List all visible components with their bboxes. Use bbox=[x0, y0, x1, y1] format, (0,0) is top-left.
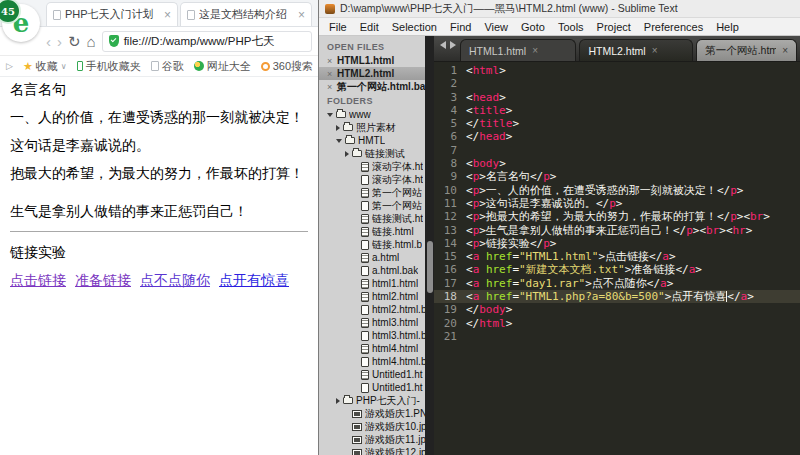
tree-item[interactable]: a.html bbox=[319, 251, 425, 264]
tree-item[interactable]: 链接.html.b bbox=[319, 238, 425, 251]
close-icon[interactable]: × bbox=[298, 10, 305, 20]
open-file-item[interactable]: ×HTML2.html bbox=[319, 67, 425, 80]
bookmark-item[interactable]: ★收藏∨ bbox=[23, 59, 67, 74]
menu-item-find[interactable]: Find bbox=[450, 21, 471, 33]
menu-item-help[interactable]: Help bbox=[716, 21, 739, 33]
tree-item[interactable]: 链接测试.ht bbox=[319, 212, 425, 225]
home-icon[interactable]: ⌂ bbox=[87, 34, 96, 49]
code-token: </ bbox=[596, 197, 609, 210]
tree-item[interactable]: html2.html.b bbox=[319, 303, 425, 316]
menu-item-view[interactable]: View bbox=[484, 21, 508, 33]
refresh-icon[interactable]: ↻ bbox=[68, 34, 81, 49]
open-file-item[interactable]: ×HTML1.html bbox=[319, 54, 425, 67]
tree-item-label: 链接测试 bbox=[365, 147, 405, 160]
open-file-item[interactable]: ×第一个网站.html.ba bbox=[319, 80, 425, 93]
tree-item[interactable]: 游戏婚庆11.jp bbox=[319, 433, 425, 446]
browser-tab[interactable]: PHP七天入门计划（第五× bbox=[46, 2, 178, 26]
tree-item[interactable]: html2.html bbox=[319, 290, 425, 303]
forward-icon[interactable]: › bbox=[57, 34, 62, 49]
page-link[interactable]: 准备链接 bbox=[75, 272, 131, 290]
rendered-page: 名言名句一、人的价值，在遭受诱惑的那一刻就被决定！这句话是李嘉诚说的。抱最大的希… bbox=[0, 77, 318, 455]
editor-tab[interactable]: HTML1.html× bbox=[460, 39, 576, 61]
code-token: < bbox=[466, 263, 473, 276]
line-number: 18 bbox=[434, 290, 466, 303]
tree-item[interactable]: PHP七天入门- bbox=[319, 394, 425, 407]
close-icon[interactable]: × bbox=[782, 45, 788, 56]
menu-item-tools[interactable]: Tools bbox=[558, 21, 584, 33]
tree-item[interactable]: html3.html.b bbox=[319, 329, 425, 342]
file-icon bbox=[361, 201, 369, 211]
bookmarks-expand-icon[interactable]: ▷ bbox=[6, 61, 13, 71]
code-token: > bbox=[719, 224, 726, 237]
tree-item[interactable]: 链接测试 bbox=[319, 147, 425, 160]
close-icon[interactable]: × bbox=[532, 45, 538, 56]
menu-item-preferences[interactable]: Preferences bbox=[644, 21, 703, 33]
html-file-icon bbox=[361, 318, 369, 328]
page-link[interactable]: 点开有惊喜 bbox=[219, 272, 289, 290]
close-icon[interactable]: × bbox=[327, 69, 334, 79]
code-line: 12<p>抱最大的希望，为最大的努力，作最坏的打算！</p><br> bbox=[434, 210, 800, 223]
tree-item[interactable]: 游戏婚庆12.jp bbox=[319, 446, 425, 455]
menu-item-selection[interactable]: Selection bbox=[392, 21, 437, 33]
sublime-title-bar[interactable]: D:\wamp\www\PHP七天入门——黑马\HTML2.html (www)… bbox=[319, 0, 800, 18]
bookmark-item[interactable]: 谷歌 bbox=[151, 59, 184, 74]
bookmark-item[interactable]: 360搜索 bbox=[261, 59, 313, 74]
file-icon bbox=[361, 331, 369, 341]
browser-logo-icon[interactable]: e 45 bbox=[2, 4, 40, 42]
tree-item-label: PHP七天入门- bbox=[356, 394, 420, 407]
code-token: p bbox=[609, 197, 616, 210]
close-icon[interactable]: × bbox=[164, 10, 171, 20]
tree-item[interactable]: www bbox=[319, 108, 425, 121]
close-icon[interactable]: × bbox=[327, 82, 334, 92]
page-link[interactable]: 点不点随你 bbox=[140, 272, 210, 290]
bookmark-item[interactable]: 网址大全 bbox=[194, 59, 251, 74]
tree-item[interactable]: html3.html bbox=[319, 316, 425, 329]
code-token: href bbox=[486, 263, 513, 276]
close-icon[interactable]: × bbox=[652, 45, 658, 56]
tree-item[interactable]: Untitled1.ht bbox=[319, 381, 425, 394]
back-icon[interactable]: ‹ bbox=[46, 34, 51, 49]
tree-item[interactable]: 滚动字体.ht bbox=[319, 160, 425, 173]
scrollbar-thumb[interactable] bbox=[427, 241, 433, 293]
menu-item-edit[interactable]: Edit bbox=[360, 21, 379, 33]
tree-item[interactable]: 滚动字体.ht bbox=[319, 173, 425, 186]
menu-item-project[interactable]: Project bbox=[597, 21, 631, 33]
code-token: < bbox=[466, 157, 473, 170]
browser-tab-title: PHP七天入门计划（第五 bbox=[65, 7, 160, 22]
code-token: > bbox=[499, 157, 506, 170]
tab-scroll-left-icon[interactable] bbox=[440, 41, 446, 49]
tree-item[interactable]: 第一个网站 bbox=[319, 186, 425, 199]
close-icon[interactable]: × bbox=[327, 56, 334, 66]
editor-tab[interactable]: 第一个网站.html.bak× bbox=[696, 39, 797, 61]
tree-item-label: 照片素材 bbox=[356, 121, 396, 134]
tree-item[interactable]: 第一个网站 bbox=[319, 199, 425, 212]
image-file-icon bbox=[352, 423, 362, 431]
tree-item[interactable]: 游戏婚庆10.jp bbox=[319, 420, 425, 433]
address-bar[interactable]: file:///D:/wamp/www/PHP七天 bbox=[102, 31, 312, 52]
code-editor[interactable]: 1<html>23<head>4<title>5</title>6</head>… bbox=[434, 62, 800, 455]
browser-tab[interactable]: 这是文档结构介绍× bbox=[180, 2, 312, 26]
line-number: 16 bbox=[434, 263, 466, 276]
tree-item[interactable]: Untitled1.ht bbox=[319, 368, 425, 381]
editor-tab[interactable]: HTML2.html× bbox=[579, 39, 693, 61]
sidebar-scrollbar[interactable] bbox=[425, 36, 434, 455]
tree-item[interactable]: 游戏婚庆1.PN bbox=[319, 407, 425, 420]
tree-item[interactable]: html4.html.b bbox=[319, 355, 425, 368]
page-link[interactable]: 点击链接 bbox=[10, 272, 66, 290]
tree-item[interactable]: a.html.bak bbox=[319, 264, 425, 277]
tree-item-label: html4.html bbox=[372, 343, 418, 354]
bookmark-item[interactable]: 手机收藏夹 bbox=[77, 59, 141, 74]
tab-scroll-right-icon[interactable] bbox=[450, 41, 456, 49]
code-text: </title> bbox=[466, 117, 519, 130]
tree-item[interactable]: html4.html bbox=[319, 342, 425, 355]
code-token: > bbox=[695, 263, 702, 276]
code-token: > bbox=[667, 277, 674, 290]
tree-item[interactable]: HMTL bbox=[319, 134, 425, 147]
tree-item[interactable]: 链接.html bbox=[319, 225, 425, 238]
menu-item-goto[interactable]: Goto bbox=[521, 21, 545, 33]
tree-item[interactable]: html1.html bbox=[319, 277, 425, 290]
menu-item-file[interactable]: File bbox=[329, 21, 347, 33]
browser-toolbar: ‹ › ↻ ⌂ file:///D:/wamp/www/PHP七天 bbox=[0, 27, 318, 56]
tree-item-label: html2.html.b bbox=[372, 304, 425, 315]
tree-item[interactable]: 照片素材 bbox=[319, 121, 425, 134]
